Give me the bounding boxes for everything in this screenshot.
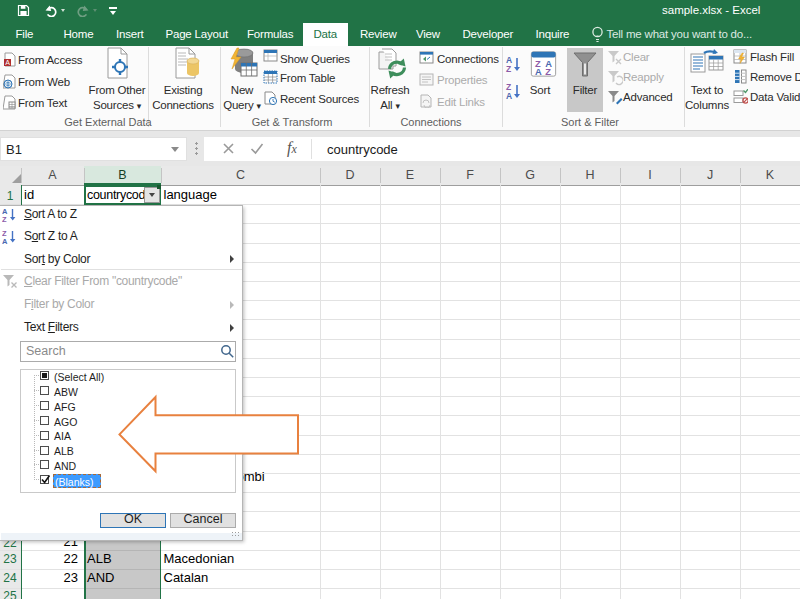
svg-text:Z: Z — [545, 67, 551, 77]
svg-text:A: A — [5, 59, 10, 66]
svg-text:A: A — [535, 67, 542, 77]
svg-text:A: A — [2, 237, 8, 246]
svg-text:Z: Z — [506, 64, 511, 74]
svg-text:Z: Z — [2, 215, 7, 224]
